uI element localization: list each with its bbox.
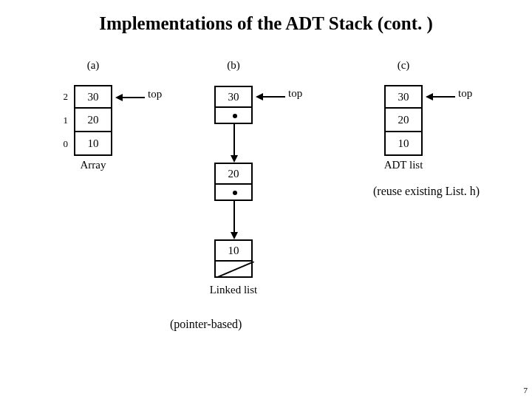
list-cell: 30 — [384, 85, 423, 109]
ll-node: 10 — [214, 239, 253, 278]
arrow-left-icon — [256, 92, 285, 102]
ll-value: 10 — [214, 239, 253, 262]
array-cell: 30 — [74, 85, 112, 109]
ll-value: 30 — [214, 86, 253, 108]
panel-a: (a) 2 1 0 30 20 10 Array top — [44, 59, 177, 171]
arrow-down-icon — [229, 123, 239, 163]
svg-marker-10 — [426, 93, 433, 100]
array-index-2: 2 — [53, 91, 68, 103]
ll-pointer — [214, 108, 253, 124]
ll-pointer — [214, 185, 253, 201]
array-cell: 20 — [74, 109, 112, 132]
arrow-down-icon — [229, 200, 239, 239]
svg-marker-1 — [115, 94, 123, 101]
page-title: Implementations of the ADT Stack (cont. … — [0, 13, 532, 34]
panel-b: (b) 30 20 10 Linked list top — [214, 59, 347, 72]
ll-node: 20 — [214, 163, 253, 201]
panel-a-caption: Array — [69, 159, 117, 171]
array-index-1: 1 — [53, 115, 68, 126]
svg-marker-3 — [231, 155, 238, 163]
panel-b-caption: Linked list — [205, 284, 262, 296]
array-cell: 10 — [74, 132, 112, 156]
svg-marker-5 — [231, 232, 238, 239]
ll-value: 20 — [214, 163, 253, 185]
svg-line-6 — [216, 262, 254, 278]
panel-b-tag: (b) — [214, 59, 253, 72]
top-label: top — [458, 87, 472, 100]
ll-node: 30 — [214, 86, 253, 124]
note-reuse: (reuse existing List. h) — [373, 185, 480, 198]
arrow-left-icon — [426, 92, 455, 102]
page-number: 7 — [524, 386, 528, 395]
panel-c-caption: ADT list — [380, 159, 427, 171]
ll-null-pointer — [214, 262, 253, 278]
list-cell: 20 — [384, 109, 423, 132]
list-cell: 10 — [384, 132, 423, 156]
top-label: top — [288, 87, 302, 100]
panel-c-tag: (c) — [384, 59, 423, 72]
array-index-0: 0 — [53, 138, 68, 150]
svg-marker-8 — [256, 93, 263, 100]
panel-a-tag: (a) — [74, 59, 112, 72]
note-pointer: (pointer-based) — [170, 318, 242, 331]
panel-c: (c) 30 20 10 ADT list top — [384, 59, 517, 171]
arrow-left-icon — [115, 92, 145, 103]
top-label: top — [148, 88, 162, 100]
